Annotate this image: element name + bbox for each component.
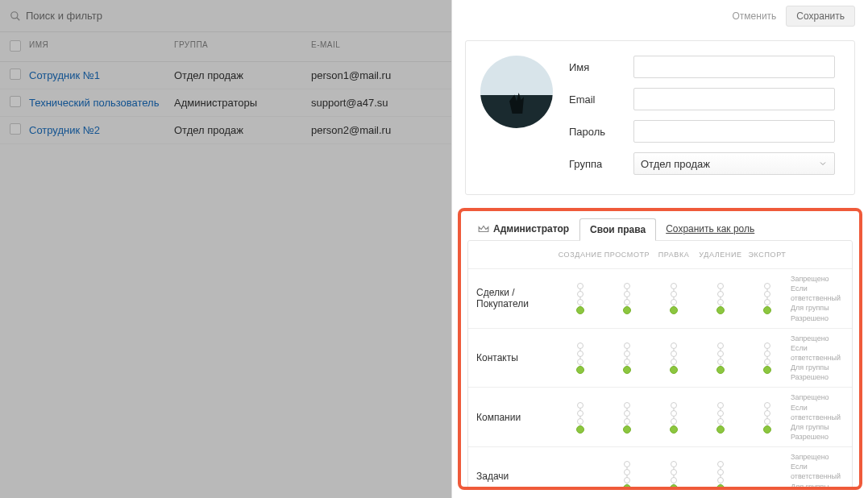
permission-slider[interactable] xyxy=(576,404,584,431)
user-group: Отдел продаж xyxy=(174,124,311,136)
permission-slider[interactable] xyxy=(623,344,631,371)
row-checkbox[interactable] xyxy=(10,123,21,135)
permission-slider[interactable] xyxy=(576,284,584,312)
table-row[interactable]: Сотрудник №1 Отдел продаж person1@mail.r… xyxy=(0,62,451,89)
crown-icon xyxy=(478,224,489,234)
col-edit: ПРАВКА xyxy=(650,251,697,259)
form-fields: Имя Email Пароль Группа Отдел продаж xyxy=(569,56,835,175)
user-email: person1@mail.ru xyxy=(311,69,442,81)
perm-row: Компании ЗапрещеноЕсли ответственныйДля … xyxy=(468,388,852,447)
avatar[interactable] xyxy=(480,56,553,128)
chevron-down-icon xyxy=(818,159,828,168)
permission-slider[interactable] xyxy=(670,463,678,490)
email-field[interactable] xyxy=(633,88,835,110)
permission-tabs: Администратор Свои права Сохранить как р… xyxy=(467,218,853,240)
perm-legend: ЗапрещеноЕсли ответственныйДля группыРаз… xyxy=(791,392,852,442)
user-form-card: Имя Email Пароль Группа Отдел продаж xyxy=(465,40,855,195)
header-group: ГРУППА xyxy=(174,40,311,53)
password-field[interactable] xyxy=(633,120,835,143)
panel-actions: Отменить Сохранить xyxy=(452,0,868,32)
user-group: Администраторы xyxy=(174,97,311,109)
search-bar xyxy=(0,0,451,32)
group-select[interactable]: Отдел продаж xyxy=(633,152,835,175)
user-link[interactable]: Технический пользователь xyxy=(29,97,159,109)
save-button[interactable]: Сохранить xyxy=(786,6,855,27)
permissions-table: СОЗДАНИЕ ПРОСМОТР ПРАВКА УДАЛЕНИЕ ЭКСПОР… xyxy=(467,240,853,490)
search-icon xyxy=(10,10,21,22)
user-link[interactable]: Сотрудник №2 xyxy=(29,124,100,136)
user-group: Отдел продаж xyxy=(174,69,311,81)
permission-slider[interactable] xyxy=(716,344,725,371)
name-field[interactable] xyxy=(633,56,835,78)
row-checkbox[interactable] xyxy=(10,68,21,80)
user-list-panel: ИМЯ ГРУППА E-MAIL Сотрудник №1 Отдел про… xyxy=(0,0,451,498)
permission-slider[interactable] xyxy=(623,284,631,312)
permission-slider[interactable] xyxy=(623,404,631,431)
svg-line-1 xyxy=(17,17,20,20)
cancel-button[interactable]: Отменить xyxy=(733,10,777,22)
permission-slider[interactable] xyxy=(763,404,771,431)
perm-row: Задачи ЗапрещеноЕсли ответственныйДля гр… xyxy=(468,447,852,490)
col-create: СОЗДАНИЕ xyxy=(557,251,604,259)
user-email: person2@mail.ru xyxy=(311,124,442,136)
permission-slider[interactable] xyxy=(623,463,631,490)
save-as-role-link[interactable]: Сохранить как роль xyxy=(666,223,754,234)
permission-slider[interactable] xyxy=(670,404,678,431)
svg-point-0 xyxy=(11,11,18,18)
table-row[interactable]: Технический пользователь Администраторы … xyxy=(0,89,451,117)
user-email: support@a47.su xyxy=(311,97,442,109)
perm-row-label: Компании xyxy=(468,412,557,423)
perm-row-label: Сделки / Покупатели xyxy=(468,287,557,309)
perm-legend: ЗапрещеноЕсли ответственныйДля группыРаз… xyxy=(791,274,852,323)
perm-row: Сделки / Покупатели ЗапрещеноЕсли ответс… xyxy=(468,269,852,329)
col-view: ПРОСМОТР xyxy=(604,251,650,259)
name-label: Имя xyxy=(569,61,633,73)
permission-slider[interactable] xyxy=(763,284,771,312)
permission-slider[interactable] xyxy=(670,284,678,312)
col-delete: УДАЛЕНИЕ xyxy=(697,251,744,259)
user-detail-panel: Отменить Сохранить Имя Email Пароль Груп… xyxy=(451,0,868,498)
group-label: Группа xyxy=(569,158,633,170)
permission-slider[interactable] xyxy=(716,463,725,490)
header-email: E-MAIL xyxy=(311,40,442,53)
table-header: ИМЯ ГРУППА E-MAIL xyxy=(0,32,451,62)
select-all-checkbox[interactable] xyxy=(10,40,21,52)
header-name: ИМЯ xyxy=(29,40,174,53)
permission-slider[interactable] xyxy=(716,404,725,431)
email-label: Email xyxy=(569,93,633,106)
permission-slider[interactable] xyxy=(716,284,725,312)
permission-slider[interactable] xyxy=(576,344,584,371)
perm-legend: ЗапрещеноЕсли ответственныйДля группыРаз… xyxy=(791,334,852,383)
col-export: ЭКСПОРТ xyxy=(744,251,791,259)
table-row[interactable]: Сотрудник №2 Отдел продаж person2@mail.r… xyxy=(0,117,451,144)
tab-admin[interactable]: Администратор xyxy=(467,218,579,240)
permissions-block: Администратор Свои права Сохранить как р… xyxy=(458,208,862,490)
user-table: ИМЯ ГРУППА E-MAIL Сотрудник №1 Отдел про… xyxy=(0,32,451,144)
row-checkbox[interactable] xyxy=(10,96,21,107)
group-selected-value: Отдел продаж xyxy=(641,158,710,170)
perm-row-label: Задачи xyxy=(468,471,557,482)
permission-slider[interactable] xyxy=(670,344,678,371)
tab-own-label: Свои права xyxy=(590,224,646,235)
perm-row-label: Контакты xyxy=(468,352,557,363)
password-label: Пароль xyxy=(569,126,633,138)
tab-admin-label: Администратор xyxy=(493,223,569,234)
tab-own-rights[interactable]: Свои права xyxy=(579,218,656,241)
perm-table-header: СОЗДАНИЕ ПРОСМОТР ПРАВКА УДАЛЕНИЕ ЭКСПОР… xyxy=(468,241,852,269)
user-link[interactable]: Сотрудник №1 xyxy=(29,69,100,81)
permission-slider[interactable] xyxy=(763,344,771,371)
search-input[interactable] xyxy=(26,10,187,22)
perm-row: Контакты ЗапрещеноЕсли ответственныйДля … xyxy=(468,329,852,388)
perm-legend: ЗапрещеноЕсли ответственныйДля группыРаз… xyxy=(791,452,852,490)
